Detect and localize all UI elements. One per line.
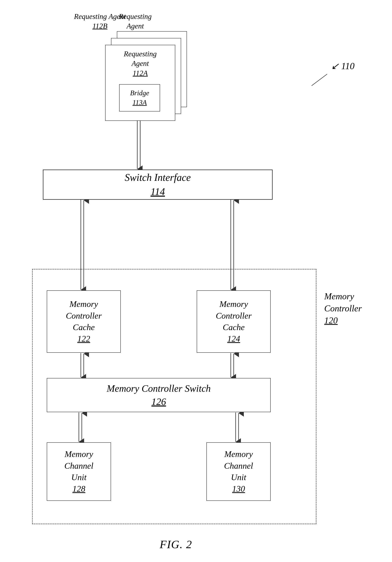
mcu-128-box: MemoryChannelUnit128 <box>47 442 111 501</box>
mcs-126-box: Memory Controller Switch 126 <box>47 378 271 412</box>
mcu-130-box: MemoryChannelUnit130 <box>206 442 271 501</box>
mcc-124-box: MemoryControllerCache124 <box>197 290 271 353</box>
mcs-126-label: Memory Controller Switch 126 <box>107 382 211 408</box>
mcu-130-label: MemoryChannelUnit130 <box>224 448 253 495</box>
agent-page-front: RequestingAgent 112A Bridge113A <box>105 45 175 121</box>
mcc-124-label: MemoryControllerCache124 <box>216 298 252 345</box>
fig-label: FIG. 2 <box>160 538 192 551</box>
mcc-122-label: MemoryControllerCache122 <box>66 298 102 345</box>
agent-112a-label: RequestingAgent 112A <box>106 49 175 78</box>
svg-line-18 <box>312 74 327 86</box>
ref-110: ↙ 110 <box>331 60 354 71</box>
diagram: Requesting Agent 112B RequestingAgent 11… <box>0 0 392 562</box>
mcc-122-box: MemoryControllerCache122 <box>47 290 121 353</box>
switch-interface-label: Switch Interface 114 <box>125 171 191 199</box>
mc-120-label: MemoryController120 <box>324 290 362 327</box>
agent-112b-id: 112B <box>92 22 107 30</box>
mcu-128-label: MemoryChannelUnit128 <box>64 448 93 495</box>
agent-112b-label: Requesting Agent 112B <box>74 12 126 31</box>
switch-interface-box: Switch Interface 114 <box>43 170 273 200</box>
bridge-label: Bridge113A <box>130 88 149 107</box>
bridge-box: Bridge113A <box>119 84 160 111</box>
